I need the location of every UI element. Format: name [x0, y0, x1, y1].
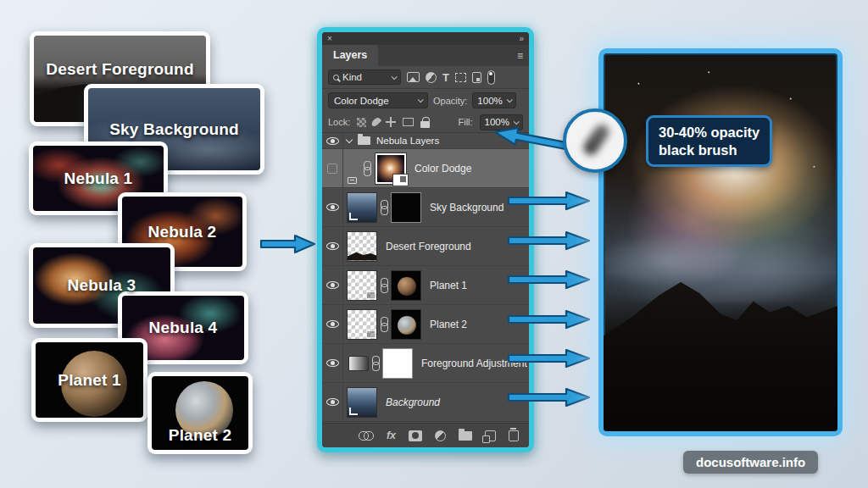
clipping-badge-icon [348, 177, 357, 184]
filter-shape-layers-icon[interactable] [455, 73, 466, 82]
panel-bottom-toolbar: fx [322, 423, 529, 447]
card-label: Planet 1 [58, 371, 120, 390]
source-card-planet-1: Planet 1 [31, 338, 147, 422]
filter-pixel-layers-icon[interactable] [407, 72, 420, 82]
folder-icon [358, 136, 370, 145]
link-layers-button[interactable] [359, 431, 374, 440]
layer-thumbnail[interactable] [347, 387, 377, 418]
layer-row-background[interactable]: Background [322, 383, 529, 422]
layers-list: Nebula Layers Color Dodge Sky Background [322, 133, 529, 422]
delete-layer-button[interactable] [509, 430, 519, 441]
opacity-value-dropdown[interactable]: 100% [472, 92, 515, 108]
visibility-eye-icon[interactable] [326, 320, 339, 328]
card-label: Nebula 2 [148, 223, 217, 241]
lock-position-move-icon[interactable] [386, 117, 396, 127]
card-label: Sky Background [109, 120, 239, 139]
mask-icon [409, 430, 422, 441]
arrow-planet-1 [507, 269, 592, 291]
filter-toggle-icon[interactable] [487, 70, 495, 85]
layer-mask-thumbnail[interactable] [382, 348, 413, 379]
layer-thumbnail[interactable] [347, 231, 377, 262]
layer-mask-chip[interactable] [393, 175, 408, 186]
link-icon [381, 317, 387, 331]
layer-style-fx-button[interactable]: fx [387, 430, 396, 441]
layer-thumbnail[interactable] [376, 153, 406, 184]
group-name: Nebula Layers [376, 136, 439, 146]
layer-row-planet-1[interactable]: Planet 1 [322, 266, 529, 305]
card-label: Nebula 1 [64, 169, 133, 188]
lock-all-icon[interactable] [420, 121, 430, 128]
layer-name: Desert Foreground [386, 241, 471, 252]
visibility-off-checkbox[interactable] [327, 164, 337, 174]
link-icon [381, 200, 387, 214]
panel-tab-row: Layers ≡ [322, 45, 529, 66]
filter-kind-value: Kind [342, 72, 362, 82]
layer-row-color-dodge[interactable]: Color Dodge [322, 149, 529, 188]
collapse-panel-icon[interactable]: » [519, 34, 524, 43]
filter-smart-objects-icon[interactable] [472, 72, 481, 83]
link-icon [359, 431, 374, 440]
visibility-eye-icon[interactable] [326, 203, 339, 211]
chevron-down-icon [506, 97, 512, 103]
layer-mask-thumbnail[interactable] [347, 309, 377, 340]
add-layer-mask-button[interactable] [409, 430, 422, 441]
blend-mode-value: Color Dodge [334, 96, 389, 106]
blend-mode-row: Color Dodge Opacity: 100% [322, 89, 529, 112]
fill-label: Fill: [458, 117, 472, 127]
layer-thumbnail[interactable] [347, 192, 377, 223]
layer-name: Color Dodge [415, 163, 471, 175]
layer-filter-row: Kind T [322, 66, 529, 89]
link-icon [381, 278, 387, 292]
adjustment-layer-icon[interactable] [348, 356, 369, 371]
visibility-eye-icon[interactable] [326, 398, 339, 406]
arrow-stack-to-panel [259, 233, 317, 255]
arrow-sky-background [507, 190, 592, 212]
layer-thumbnail[interactable] [391, 309, 421, 340]
tab-layers[interactable]: Layers [322, 45, 378, 66]
callout-line-1: 30-40% opacity [659, 124, 760, 141]
arrow-background [507, 386, 592, 408]
final-composite-image [598, 48, 843, 436]
new-group-button[interactable] [459, 431, 472, 441]
layer-row-foreground-adjustment[interactable]: Foreground Adjustment [322, 344, 529, 383]
group-expand-chevron-icon[interactable] [346, 136, 353, 143]
filter-adjustment-layers-icon[interactable] [426, 72, 437, 83]
filter-type-layers-icon[interactable]: T [442, 71, 449, 84]
visibility-eye-icon[interactable] [326, 242, 339, 250]
link-icon [372, 356, 379, 370]
card-label: Nebula 3 [68, 276, 136, 295]
layer-row-sky-background[interactable]: Sky Background [322, 188, 529, 227]
opacity-label: Opacity: [433, 96, 467, 106]
blend-mode-dropdown[interactable]: Color Dodge [328, 92, 428, 108]
layer-row-planet-2[interactable]: Planet 2 [322, 305, 529, 344]
panel-titlebar: × » [322, 32, 529, 45]
layer-thumbnail[interactable] [391, 270, 421, 301]
visibility-eye-icon[interactable] [326, 281, 339, 289]
new-layer-icon [485, 430, 496, 441]
adjustment-icon [435, 430, 446, 441]
panel-menu-icon[interactable]: ≡ [517, 50, 523, 62]
visibility-eye-icon[interactable] [326, 137, 339, 145]
opacity-value: 100% [477, 96, 502, 106]
lock-transparency-icon[interactable] [357, 118, 366, 127]
clouds-layer [604, 227, 837, 302]
brush-stroke-icon [581, 122, 612, 158]
visibility-eye-icon[interactable] [326, 359, 339, 367]
filter-kind-dropdown[interactable]: Kind [328, 69, 401, 85]
new-layer-button[interactable] [485, 430, 496, 441]
layer-mask-thumbnail[interactable] [391, 192, 421, 223]
lock-artboard-icon[interactable] [403, 118, 414, 126]
layers-panel: × » Layers ≡ Kind T Color Dodge Opacity:… [317, 27, 534, 452]
arrow-planet-2 [507, 308, 592, 330]
lock-pixels-brush-icon[interactable] [370, 116, 381, 127]
link-icon [364, 161, 370, 175]
watermark-badge: docusoftware.info [683, 451, 818, 474]
source-card-planet-2: Planet 2 [147, 372, 253, 454]
lock-label: Lock: [328, 117, 350, 127]
arrow-foreground-adjustment [507, 347, 592, 369]
close-icon[interactable]: × [327, 34, 332, 43]
layer-mask-thumbnail[interactable] [347, 270, 377, 301]
layer-row-desert-foreground[interactable]: Desert Foreground [322, 227, 529, 266]
new-adjustment-layer-button[interactable] [435, 430, 446, 441]
trash-icon [509, 430, 519, 441]
